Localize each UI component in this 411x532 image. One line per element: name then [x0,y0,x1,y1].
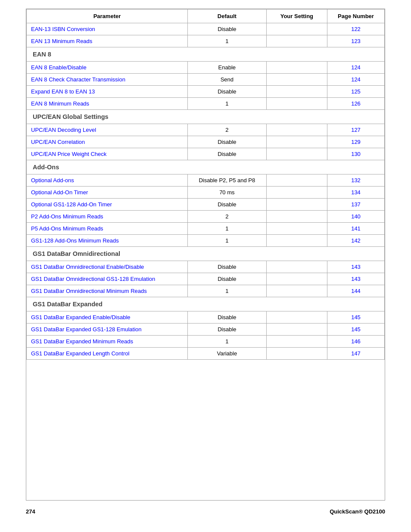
table-row: GS1 DataBar Expanded GS1-128 EmulationDi… [27,324,385,336]
your-setting-cell [266,348,327,360]
page-number-cell: 145 [327,311,385,324]
default-value: 2 [187,211,266,223]
section-label: GS1 DataBar Omnidirectional [33,250,120,257]
param-link[interactable]: GS1 DataBar Expanded GS1-128 Emulation [31,326,142,333]
default-value: Disable [187,261,266,273]
param-link[interactable]: P5 Add-Ons Minimum Reads [31,225,103,232]
page-num-value: 123 [351,38,361,44]
section-header-row: Add-Ons [27,160,385,174]
header-default: Default [187,9,266,23]
section-label: Add-Ons [33,164,59,171]
page-number-cell: 126 [327,98,385,110]
section-header-row: EAN 8 [27,47,385,62]
page-number-cell: 141 [327,223,385,235]
parameters-table: Parameter Default Your Setting Page Numb… [26,9,385,360]
your-setting-cell [266,273,327,285]
page-num-value: 142 [351,237,361,244]
your-setting-cell [266,211,327,223]
page-num-value: 143 [351,276,361,282]
param-link[interactable]: GS1-128 Add-Ons Minimum Reads [31,237,119,244]
param-link[interactable]: EAN 8 Enable/Disable [31,64,87,71]
page-number-cell: 125 [327,86,385,98]
default-value: Disable P2, P5 and P8 [187,174,266,187]
table-row: Optional Add-On Timer70 ms134 [27,187,385,199]
page-num-value: 140 [351,213,361,220]
param-link[interactable]: GS1 DataBar Expanded Enable/Disable [31,314,131,320]
table-row: EAN-13 ISBN ConversionDisable122 [27,23,385,35]
table-row: EAN 8 Minimum Reads1126 [27,98,385,110]
table-row: GS1 DataBar Omnidirectional GS1-128 Emul… [27,273,385,285]
table-row: P2 Add-Ons Minimum Reads2140 [27,211,385,223]
table-row: Optional Add-onsDisable P2, P5 and P8132 [27,174,385,187]
table-row: Optional GS1-128 Add-On TimerDisable137 [27,199,385,211]
page-num-value: 127 [351,127,361,133]
param-link[interactable]: EAN 13 Minimum Reads [31,38,92,44]
your-setting-cell [266,174,327,187]
param-link[interactable]: EAN 8 Check Character Transmission [31,76,125,83]
param-link[interactable]: UPC/EAN Price Weight Check [31,151,106,157]
param-link[interactable]: GS1 DataBar Expanded Length Control [31,350,129,357]
param-link[interactable]: GS1 DataBar Omnidirectional Enable/Disab… [31,264,144,270]
your-setting-cell [266,35,327,47]
your-setting-cell [266,74,327,86]
default-value: Disable [187,136,266,148]
section-header-row: GS1 DataBar Omnidirectional [27,247,385,261]
page-num-value: 137 [351,201,361,208]
table-row: P5 Add-Ons Minimum Reads1141 [27,223,385,235]
page-number-cell: 147 [327,348,385,360]
param-link[interactable]: UPC/EAN Decoding Level [31,127,96,133]
page-footer: 274 QuickScan® QD2100 [26,501,385,515]
default-value: Disable [187,199,266,211]
page-num-value: 124 [351,76,361,83]
page-num-value: 124 [351,64,361,71]
param-link[interactable]: P2 Add-Ons Minimum Reads [31,213,103,220]
section-label: EAN 8 [33,51,51,58]
table-row: Expand EAN 8 to EAN 13Disable125 [27,86,385,98]
footer-brand: QuickScan® QD2100 [330,508,385,515]
table-row: GS1 DataBar Expanded Length ControlVaria… [27,348,385,360]
page-number-cell: 142 [327,235,385,247]
table-row: GS1 DataBar Omnidirectional Minimum Read… [27,285,385,297]
default-value: Disable [187,148,266,160]
page: Parameter Default Your Setting Page Numb… [0,0,411,532]
table-row: EAN 8 Check Character TransmissionSend12… [27,74,385,86]
param-link[interactable]: Expand EAN 8 to EAN 13 [31,88,95,95]
your-setting-cell [266,235,327,247]
your-setting-cell [266,98,327,110]
param-link[interactable]: UPC/EAN Correlation [31,139,85,145]
table-row: UPC/EAN CorrelationDisable129 [27,136,385,148]
table-row: GS1 DataBar Expanded Enable/DisableDisab… [27,311,385,324]
page-num-value: 147 [351,350,361,357]
section-label: GS1 DataBar Expanded [33,301,103,308]
param-link[interactable]: GS1 DataBar Omnidirectional Minimum Read… [31,288,147,294]
page-number-cell: 122 [327,23,385,35]
default-value: 1 [187,235,266,247]
your-setting-cell [266,285,327,297]
page-number-cell: 134 [327,187,385,199]
param-link[interactable]: EAN 8 Minimum Reads [31,100,89,107]
your-setting-cell [266,324,327,336]
default-value: Disable [187,311,266,324]
your-setting-cell [266,261,327,273]
param-link[interactable]: GS1 DataBar Expanded Minimum Reads [31,338,133,345]
default-value: 1 [187,98,266,110]
page-number-cell: 130 [327,148,385,160]
page-num-value: 145 [351,314,361,320]
header-your-setting: Your Setting [266,9,327,23]
param-link[interactable]: GS1 DataBar Omnidirectional GS1-128 Emul… [31,276,155,282]
param-link[interactable]: Optional Add-ons [31,177,74,184]
page-num-value: 141 [351,225,361,232]
page-num-value: 143 [351,264,361,270]
page-number-cell: 124 [327,62,385,74]
table-row: UPC/EAN Decoding Level2127 [27,124,385,136]
param-link[interactable]: Optional Add-On Timer [31,189,88,196]
page-num-value: 126 [351,100,361,107]
your-setting-cell [266,223,327,235]
default-value: Disable [187,324,266,336]
your-setting-cell [266,23,327,35]
page-num-value: 129 [351,139,361,145]
page-number-cell: 129 [327,136,385,148]
footer-page-number: 274 [26,508,35,515]
param-link[interactable]: EAN-13 ISBN Conversion [31,26,95,32]
param-link[interactable]: Optional GS1-128 Add-On Timer [31,201,112,208]
